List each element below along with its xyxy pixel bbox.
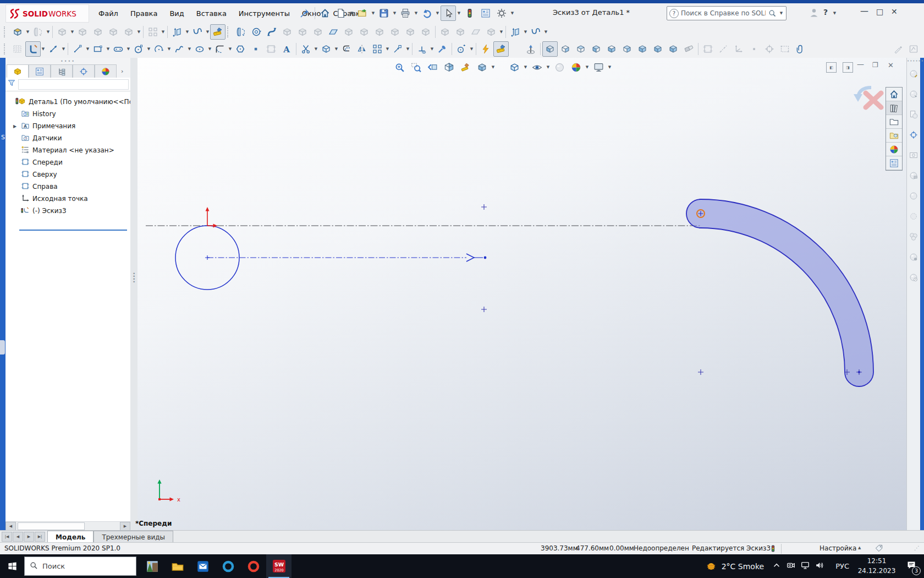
- reference-geometry-icon[interactable]: [169, 24, 185, 40]
- view-right-icon[interactable]: [588, 41, 604, 57]
- open-caret[interactable]: ▼: [371, 11, 376, 15]
- tree-expander-icon[interactable]: ▶: [13, 124, 18, 129]
- ellipse-caret[interactable]: ▼: [207, 47, 212, 51]
- strip-grip-dots[interactable]: ••••••: [907, 58, 920, 63]
- display-relations-caret[interactable]: ▼: [430, 47, 435, 51]
- ellipse-icon[interactable]: [192, 41, 207, 57]
- close-button[interactable]: ✕: [891, 7, 898, 16]
- document-close-button[interactable]: ✕: [888, 61, 894, 69]
- displaymanager-tab[interactable]: [95, 64, 117, 78]
- revolved-surface-icon[interactable]: [233, 24, 249, 40]
- previous-view-icon[interactable]: [425, 59, 440, 75]
- tree-item-10[interactable]: (-) Эскиз3: [6, 205, 130, 217]
- corner-rectangle-caret[interactable]: ▼: [106, 47, 111, 51]
- tree-item-6[interactable]: Спереди: [6, 156, 130, 168]
- taskpane-home-tab[interactable]: [886, 88, 902, 101]
- sketch-point-2[interactable]: [481, 307, 487, 312]
- zoom-to-fit-icon[interactable]: [392, 59, 407, 75]
- taskpane-library-tab[interactable]: [886, 101, 902, 115]
- taskpane-appearances-tab[interactable]: [886, 143, 902, 156]
- display-style-icon[interactable]: [507, 59, 522, 75]
- arc-slot[interactable]: [686, 199, 873, 386]
- next-tab-button[interactable]: ▶: [24, 532, 34, 542]
- pin-toolbar-icon[interactable]: [297, 6, 312, 21]
- display-relations-icon[interactable]: [414, 41, 430, 57]
- weather-icon[interactable]: [702, 554, 721, 578]
- tray-display-icon[interactable]: [786, 560, 800, 572]
- rebuild-icon[interactable]: [462, 6, 477, 21]
- view-back-icon[interactable]: [558, 41, 573, 57]
- tray-language[interactable]: РУС: [835, 562, 849, 570]
- tab-model[interactable]: Модель: [47, 531, 94, 543]
- home-icon[interactable]: [317, 6, 333, 21]
- corner-rectangle-icon[interactable]: [90, 41, 106, 57]
- panel-scroll-left-button[interactable]: ◀: [6, 522, 16, 531]
- sketch-point-1[interactable]: [481, 204, 487, 210]
- rollback-bar[interactable]: [19, 230, 127, 231]
- search-icon[interactable]: [768, 9, 777, 18]
- move-entities-icon[interactable]: [390, 41, 405, 57]
- apply-scene-icon[interactable]: [568, 59, 584, 75]
- quick-snaps-icon[interactable]: [454, 41, 469, 57]
- panel-horizontal-scrollbar[interactable]: ◀ ▶: [6, 521, 130, 531]
- dimxpert-strip-icon[interactable]: [907, 124, 920, 145]
- login-user-icon[interactable]: [809, 7, 820, 20]
- sketch-ink-icon[interactable]: [478, 41, 493, 57]
- file-explorer-app[interactable]: [165, 554, 190, 578]
- tree-item-2[interactable]: History: [6, 108, 130, 120]
- status-custom-caret[interactable]: ▲: [858, 546, 861, 550]
- red-browser-app[interactable]: [241, 554, 266, 578]
- section-view-icon[interactable]: [441, 59, 457, 75]
- last-tab-button[interactable]: ▶|: [35, 532, 45, 542]
- dynamic-annotation-icon[interactable]: [458, 59, 473, 75]
- trim-entities-icon[interactable]: [298, 41, 314, 57]
- featuremanager-tab[interactable]: [7, 64, 29, 78]
- curves-2-icon[interactable]: [528, 24, 543, 40]
- view-top-icon[interactable]: [604, 41, 619, 57]
- sketch-canvas[interactable]: x: [138, 58, 906, 530]
- toolbar-options-chevron-icon[interactable]: [921, 41, 924, 57]
- polygon-icon[interactable]: [233, 41, 248, 57]
- direction-centerline[interactable]: [207, 254, 486, 261]
- status-custom-toolbar[interactable]: Настройка: [820, 544, 856, 552]
- straight-slot-icon[interactable]: [111, 41, 126, 57]
- convert-entities-caret[interactable]: ▼: [334, 47, 339, 51]
- circle-caret[interactable]: ▼: [146, 47, 151, 51]
- offset-entities-icon[interactable]: [339, 41, 354, 57]
- splitter-grip[interactable]: ••••: [133, 272, 135, 283]
- exit-sketch-caret[interactable]: ▼: [41, 47, 46, 51]
- options-icon[interactable]: [494, 6, 509, 21]
- rapid-sketch-icon[interactable]: [493, 41, 509, 57]
- notification-center-button[interactable]: 3: [899, 554, 924, 578]
- menu-4[interactable]: Вставка: [190, 8, 233, 19]
- propertymanager-tab[interactable]: [29, 64, 51, 78]
- draft-analysis-icon[interactable]: [681, 41, 696, 57]
- panel-scroll-thumb[interactable]: [18, 522, 85, 530]
- split-pane-left-button[interactable]: ◧: [826, 62, 837, 73]
- save-icon[interactable]: [376, 6, 392, 21]
- extruded-boss-caret[interactable]: ▼: [25, 30, 30, 34]
- lofted-surface-icon[interactable]: [264, 24, 279, 40]
- line-caret[interactable]: ▼: [85, 47, 90, 51]
- flatten-surface-caret[interactable]: ▼: [499, 30, 504, 34]
- menu-3[interactable]: Вид: [163, 8, 190, 19]
- tray-network-icon[interactable]: [800, 560, 815, 572]
- zoom-to-area-icon[interactable]: [408, 59, 424, 75]
- tree-item-7[interactable]: Сверху: [6, 168, 130, 181]
- filter-icon[interactable]: [7, 79, 16, 90]
- trim-entities-caret[interactable]: ▼: [314, 47, 318, 51]
- smart-dimension-caret[interactable]: ▼: [61, 47, 66, 51]
- menu-2[interactable]: Правка: [124, 8, 163, 19]
- instant3d-icon[interactable]: [210, 24, 226, 40]
- file-properties-icon[interactable]: [478, 6, 493, 21]
- hide-show-items-icon[interactable]: [529, 59, 544, 75]
- document-minimize-button[interactable]: —: [857, 60, 864, 68]
- spline-caret[interactable]: ▼: [187, 47, 192, 51]
- line-icon[interactable]: [70, 41, 85, 57]
- help-menu-caret[interactable]: ▼: [832, 11, 837, 15]
- quick-snaps-caret[interactable]: ▼: [469, 47, 474, 51]
- text-icon[interactable]: A: [279, 41, 294, 57]
- taskpane-file-explorer-tab[interactable]: [886, 115, 902, 129]
- weather-text[interactable]: 2°C Smoke: [722, 562, 764, 571]
- panel-splitter[interactable]: ••••: [130, 58, 138, 530]
